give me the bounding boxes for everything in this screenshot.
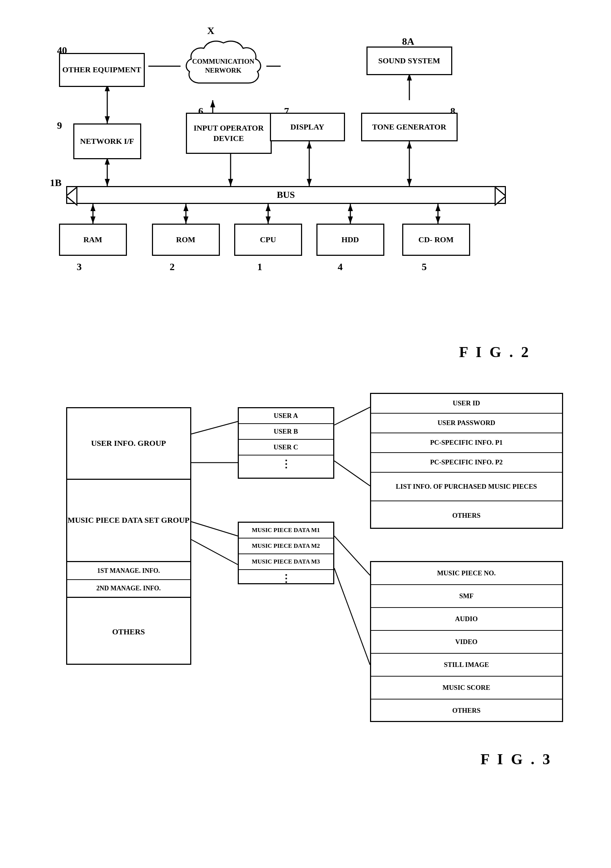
svg-marker-1	[105, 116, 110, 124]
box-tone-generator: TONE GENERATOR	[361, 113, 458, 141]
svg-marker-24	[90, 204, 96, 211]
fig3-title: F I G . 3	[37, 751, 552, 768]
label-9: 9	[57, 120, 62, 131]
music-m1-row: MUSIC PIECE DATA M1	[239, 523, 333, 538]
communication-network-cloud: COMMUNICATION NERWORK	[181, 36, 266, 97]
comm-network-line1: COMMUNICATION NERWORK	[192, 57, 255, 74]
user-a-row: USER A	[239, 408, 333, 424]
user-detail-others-row: OTHERS	[371, 501, 562, 530]
manage-info-2: 2ND MANAGE. INFO.	[67, 580, 190, 598]
label-5: 5	[422, 261, 427, 273]
box-hdd: HDD	[316, 224, 384, 256]
fig2-container: X COMMUNICATION NERWORK 40 OTHER EQUIPME…	[37, 14, 574, 361]
box-other-equipment: OTHER EQUIPMENT	[59, 53, 145, 87]
music-m3-row: MUSIC PIECE DATA M3	[239, 554, 333, 570]
label-1: 1	[257, 261, 262, 273]
smf-row: SMF	[371, 585, 562, 608]
pc-specific-p2-row: PC-SPECIFIC INFO. P2	[371, 453, 562, 473]
svg-marker-39	[495, 187, 506, 205]
label-x: X	[207, 25, 215, 37]
bus-bar: BUS	[66, 186, 506, 204]
video-row: VIDEO	[371, 631, 562, 654]
list-info-row: LIST INFO. OF PURCHASED MUSIC PIECES	[371, 473, 562, 501]
music-list-group: MUSIC PIECE DATA M1 MUSIC PIECE DATA M2 …	[238, 522, 334, 584]
pc-specific-p1-row: PC-SPECIFIC INFO. P1	[371, 433, 562, 453]
fig3-left-group: USER INFO. GROUP MUSIC PIECE DATA SET GR…	[66, 407, 191, 665]
user-id-row: USER ID	[371, 394, 562, 414]
music-detail-group: MUSIC PIECE NO. SMF AUDIO VIDEO STILL IM…	[370, 561, 563, 722]
svg-marker-7	[210, 100, 215, 107]
page: X COMMUNICATION NERWORK 40 OTHER EQUIPME…	[0, 0, 611, 868]
user-list-group: USER A USER B USER C ⋮	[238, 407, 334, 479]
box-input-operator: INPUT OPERATOR DEVICE	[186, 113, 272, 154]
svg-marker-28	[183, 217, 189, 224]
svg-marker-33	[348, 204, 353, 211]
svg-line-47	[334, 568, 370, 665]
svg-marker-19	[407, 179, 412, 186]
left-others-label: OTHERS	[67, 598, 190, 666]
svg-line-42	[191, 522, 238, 536]
fig2-diagram: X COMMUNICATION NERWORK 40 OTHER EQUIPME…	[37, 14, 574, 336]
label-3: 3	[77, 261, 82, 273]
fig3-diagram: USER INFO. GROUP MUSIC PIECE DATA SET GR…	[37, 386, 574, 744]
fig2-title: F I G . 2	[37, 344, 531, 361]
label-4: 4	[338, 261, 343, 273]
bus-label: BUS	[277, 190, 295, 200]
svg-marker-27	[183, 204, 189, 211]
svg-marker-14	[228, 179, 233, 186]
svg-line-40	[191, 422, 238, 434]
still-image-row: STILL IMAGE	[371, 654, 562, 677]
svg-marker-31	[266, 217, 271, 224]
box-ram: RAM	[59, 224, 127, 256]
svg-line-43	[191, 539, 238, 564]
box-rom: ROM	[152, 224, 220, 256]
svg-marker-30	[266, 204, 271, 211]
svg-marker-34	[348, 217, 353, 224]
svg-marker-11	[105, 179, 110, 186]
user-password-row: USER PASSWORD	[371, 414, 562, 433]
music-score-row: MUSIC SCORE	[371, 677, 562, 699]
music-piece-no-row: MUSIC PIECE NO.	[371, 562, 562, 585]
svg-marker-38	[66, 187, 77, 205]
box-display: DISPLAY	[270, 113, 345, 141]
user-b-row: USER B	[239, 424, 333, 440]
box-sound-system: SOUND SYSTEM	[367, 46, 452, 75]
manage-info-1: 1ST MANAGE. INFO.	[67, 562, 190, 580]
box-network-if: NETWORK I/F	[73, 124, 141, 159]
music-detail-others-row: OTHERS	[371, 699, 562, 722]
user-dots: ⋮	[239, 456, 333, 473]
label-1b: 1B	[50, 177, 62, 189]
svg-marker-16	[307, 179, 312, 186]
user-detail-group: USER ID USER PASSWORD PC-SPECIFIC INFO. …	[370, 393, 563, 529]
svg-line-44	[334, 407, 370, 425]
box-cpu: CPU	[234, 224, 302, 256]
user-c-row: USER C	[239, 440, 333, 456]
label-8a: 8A	[402, 36, 415, 47]
box-cd-rom: CD- ROM	[402, 224, 470, 256]
svg-marker-20	[407, 141, 412, 149]
fig3-container: USER INFO. GROUP MUSIC PIECE DATA SET GR…	[37, 386, 574, 768]
svg-marker-25	[90, 217, 96, 224]
label-2: 2	[170, 261, 175, 273]
music-piece-data-set-group-label: MUSIC PIECE DATA SET GROUP	[67, 480, 190, 562]
svg-marker-37	[435, 217, 441, 224]
svg-marker-36	[435, 204, 441, 211]
svg-line-46	[334, 536, 370, 575]
music-dots: ⋮	[239, 570, 333, 587]
svg-line-45	[334, 461, 370, 486]
music-m2-row: MUSIC PIECE DATA M2	[239, 538, 333, 554]
user-info-group-label: USER INFO. GROUP	[67, 408, 190, 480]
audio-row: AUDIO	[371, 608, 562, 631]
svg-marker-17	[307, 141, 312, 149]
